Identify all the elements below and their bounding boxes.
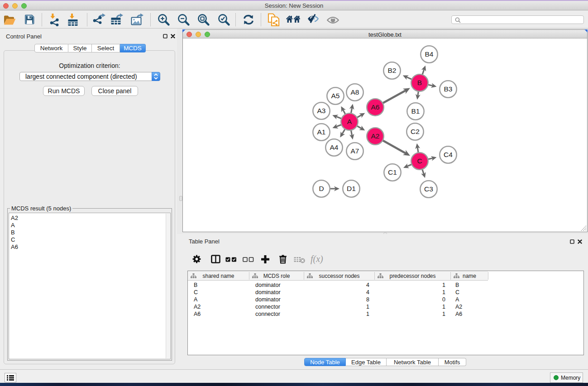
svg-text:B3: B3 <box>444 85 453 93</box>
svg-text:C4: C4 <box>444 151 453 158</box>
svg-text:B4: B4 <box>425 50 434 58</box>
svg-text:A4: A4 <box>330 143 339 151</box>
svg-text:D1: D1 <box>347 185 356 192</box>
svg-text:A1: A1 <box>317 128 326 136</box>
svg-text:C1: C1 <box>388 168 397 176</box>
svg-text:D: D <box>319 185 324 192</box>
svg-text:A7: A7 <box>351 147 359 155</box>
svg-text:A8: A8 <box>351 88 359 96</box>
svg-text:A6: A6 <box>371 103 380 111</box>
svg-text:A3: A3 <box>317 107 326 114</box>
svg-text:B: B <box>417 79 422 86</box>
svg-text:A: A <box>347 118 352 125</box>
svg-text:C2: C2 <box>411 128 420 135</box>
svg-text:B2: B2 <box>388 67 397 74</box>
svg-text:A5: A5 <box>331 92 340 100</box>
svg-text:A2: A2 <box>371 132 380 140</box>
svg-text:B1: B1 <box>411 107 420 115</box>
svg-text:C: C <box>417 157 422 165</box>
svg-text:C3: C3 <box>424 185 433 193</box>
